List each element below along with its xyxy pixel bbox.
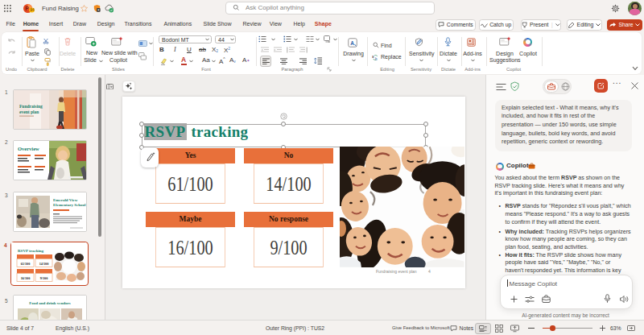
svg-text:94: 94 bbox=[31, 8, 35, 12]
svg-text:61/100: 61/100 bbox=[21, 261, 31, 265]
svg-text:9/100: 9/100 bbox=[40, 275, 48, 279]
svg-text:Overview: Overview bbox=[18, 146, 39, 151]
svg-text:Emerald View: Emerald View bbox=[53, 198, 78, 202]
svg-text:16/100: 16/100 bbox=[21, 275, 31, 279]
svg-text:RSVP tracking: RSVP tracking bbox=[18, 249, 44, 253]
svg-text:Food and drink vendors: Food and drink vendors bbox=[29, 301, 71, 305]
svg-text:Fundraising: Fundraising bbox=[19, 104, 43, 109]
svg-text:event plan: event plan bbox=[19, 109, 39, 114]
svg-text:Elementary School: Elementary School bbox=[53, 203, 86, 207]
svg-text:P: P bbox=[25, 6, 29, 11]
svg-text:14/100: 14/100 bbox=[39, 261, 49, 265]
